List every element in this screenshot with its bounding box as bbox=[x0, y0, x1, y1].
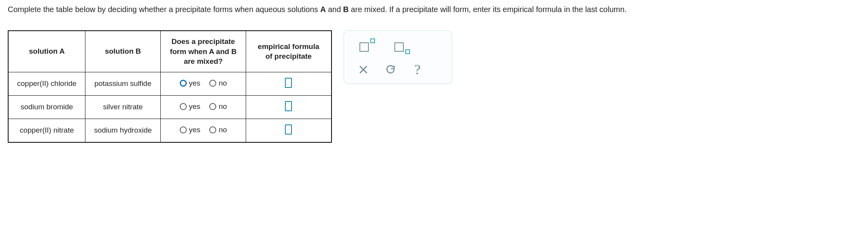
cell-solution-b: sodium hydroxide bbox=[85, 119, 161, 142]
radio-yes[interactable]: yes bbox=[180, 79, 201, 88]
cell-solution-b: potassium sulfide bbox=[85, 72, 161, 95]
cell-formula bbox=[246, 95, 332, 119]
cell-solution-b: silver nitrate bbox=[85, 95, 161, 119]
radio-circle-icon bbox=[209, 126, 216, 133]
radio-circle-icon bbox=[180, 126, 187, 133]
subscript-button[interactable] bbox=[394, 38, 410, 54]
header-solution-a: solution A bbox=[8, 31, 85, 72]
radio-yes[interactable]: yes bbox=[180, 102, 201, 111]
instr-bold-a: A bbox=[320, 5, 326, 14]
cell-formula bbox=[246, 119, 332, 142]
reset-icon bbox=[385, 64, 396, 75]
instructions-text: Complete the table below by deciding whe… bbox=[8, 4, 860, 15]
instr-prefix: Complete the table below by deciding whe… bbox=[8, 5, 320, 14]
instr-suffix: are mixed. If a precipitate will form, e… bbox=[349, 5, 627, 14]
radio-yes[interactable]: yes bbox=[180, 126, 201, 134]
header-formula: empirical formula of precipitate bbox=[246, 31, 332, 72]
instr-mid: and bbox=[326, 5, 343, 14]
instr-bold-b: B bbox=[343, 5, 349, 14]
radio-circle-icon bbox=[180, 103, 187, 110]
cell-yesno: yes no bbox=[161, 95, 246, 119]
radio-no-label: no bbox=[219, 126, 227, 134]
precipitate-table: solution A solution B Does a precipitate… bbox=[8, 30, 332, 143]
table-row: sodium bromide silver nitrate yes no bbox=[8, 95, 332, 119]
radio-no[interactable]: no bbox=[209, 102, 227, 111]
cell-solution-a: sodium bromide bbox=[8, 95, 85, 119]
formula-input[interactable] bbox=[285, 78, 292, 88]
cell-solution-a: copper(II) nitrate bbox=[8, 119, 85, 142]
radio-circle-icon bbox=[180, 80, 187, 87]
radio-no[interactable]: no bbox=[209, 126, 227, 134]
help-icon: ? bbox=[415, 63, 421, 77]
radio-no-label: no bbox=[219, 102, 227, 111]
help-button[interactable]: ? bbox=[410, 62, 425, 77]
close-icon bbox=[358, 64, 369, 75]
cell-formula bbox=[246, 72, 332, 95]
radio-no-label: no bbox=[219, 79, 227, 88]
cell-yesno: yes no bbox=[161, 72, 246, 95]
toolbox-panel: ? bbox=[344, 30, 452, 84]
radio-yes-label: yes bbox=[189, 102, 201, 111]
radio-yes-label: yes bbox=[189, 126, 201, 134]
reset-button[interactable] bbox=[383, 62, 398, 77]
superscript-button[interactable] bbox=[359, 38, 375, 54]
header-question: Does a precipitate form when A and B are… bbox=[161, 31, 246, 72]
superscript-icon bbox=[359, 39, 375, 53]
header-solution-b: solution B bbox=[85, 31, 161, 72]
formula-input[interactable] bbox=[285, 101, 292, 111]
cell-yesno: yes no bbox=[161, 119, 246, 142]
cell-solution-a: copper(II) chloride bbox=[8, 72, 85, 95]
radio-circle-icon bbox=[209, 80, 216, 87]
formula-input[interactable] bbox=[285, 124, 292, 135]
radio-circle-icon bbox=[209, 103, 216, 110]
subscript-icon bbox=[394, 39, 410, 53]
radio-no[interactable]: no bbox=[209, 79, 227, 88]
table-row: copper(II) chloride potassium sulfide ye… bbox=[8, 72, 332, 95]
radio-yes-label: yes bbox=[189, 79, 201, 88]
table-row: copper(II) nitrate sodium hydroxide yes … bbox=[8, 119, 332, 142]
clear-button[interactable] bbox=[356, 62, 371, 77]
